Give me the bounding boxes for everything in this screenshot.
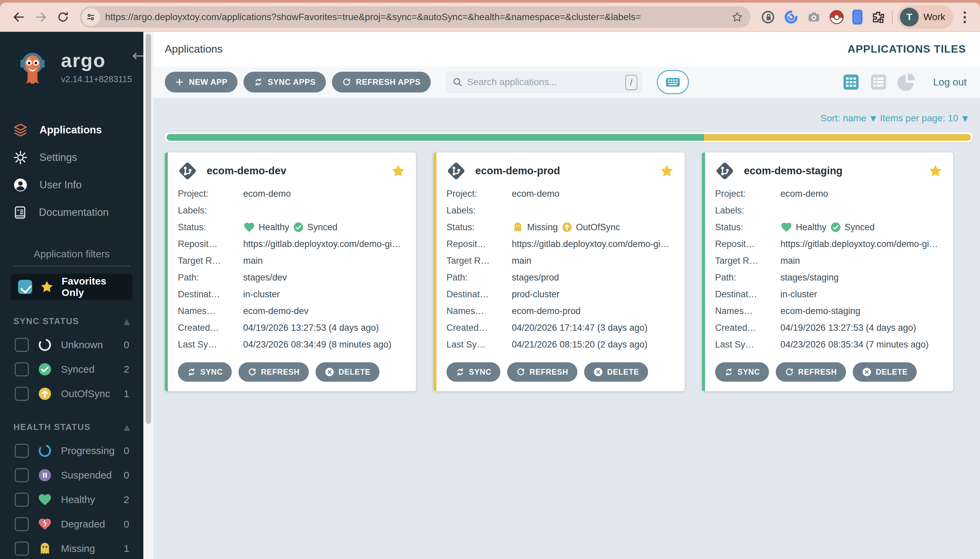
destination-value: in-cluster xyxy=(780,289,943,299)
synced-segment xyxy=(167,134,704,141)
checkbox[interactable] xyxy=(15,517,29,531)
filter-health-healthy[interactable]: Healthy 2 xyxy=(0,487,144,512)
page-scrollbar[interactable] xyxy=(144,32,153,559)
checkbox[interactable] xyxy=(15,542,29,556)
pokeball-extension-icon[interactable] xyxy=(830,10,844,24)
namespace-value: ecom-demo-dev xyxy=(243,306,406,316)
lock-extension-icon[interactable] xyxy=(761,10,775,25)
check-circle-icon xyxy=(38,362,52,377)
site-settings-icon[interactable] xyxy=(82,8,100,26)
search-container: / xyxy=(446,72,642,93)
url-bar[interactable]: https://argo.deployxtoy.com/applications… xyxy=(80,7,751,28)
main-header: Applications APPLICATIONS TILES xyxy=(153,32,980,66)
user-icon xyxy=(13,177,28,193)
app-name[interactable]: ecom-demo-prod xyxy=(475,165,560,177)
chevron-down-icon[interactable]: ▼ xyxy=(962,114,968,122)
url-text[interactable]: https://argo.deployxtoy.com/applications… xyxy=(105,12,731,22)
scrollbar-thumb[interactable] xyxy=(146,34,151,424)
argo-logo-text: argo xyxy=(61,51,132,70)
bookmark-star-icon[interactable] xyxy=(731,11,743,23)
extensions-puzzle-icon[interactable] xyxy=(871,10,885,24)
filter-sync-unknown[interactable]: Unknown 0 xyxy=(0,332,144,357)
profile-name: Work xyxy=(923,12,945,22)
browser-profile-button[interactable]: T Work xyxy=(897,5,953,29)
path-value: stages/staging xyxy=(780,273,943,283)
favorite-star-icon[interactable] xyxy=(659,163,675,179)
checkbox[interactable] xyxy=(15,468,29,482)
divider xyxy=(892,10,893,24)
sync-button[interactable]: SYNC xyxy=(178,362,232,382)
browser-forward-button[interactable] xyxy=(32,8,49,26)
swirl-extension-icon[interactable] xyxy=(784,10,798,24)
chevron-down-icon[interactable]: ▼ xyxy=(871,114,876,122)
browser-menu-button[interactable] xyxy=(958,8,971,26)
collapse-caret-icon[interactable]: ▲ xyxy=(124,423,130,432)
main-area: Applications APPLICATIONS TILES NEW APP … xyxy=(153,32,980,559)
filter-count: 0 xyxy=(124,470,129,481)
content-area: Sort: name ▼ Items per page: 10 ▼ ecom-d… xyxy=(153,98,980,559)
new-app-button[interactable]: NEW APP xyxy=(165,72,238,93)
checkbox[interactable] xyxy=(15,362,29,376)
sidebar-item-settings[interactable]: Settings xyxy=(0,144,144,171)
filter-health-suspended[interactable]: Suspended 0 xyxy=(0,463,144,487)
delete-button[interactable]: DELETE xyxy=(584,362,648,382)
favorites-only-filter[interactable]: Favorites Only xyxy=(11,274,133,300)
refresh-button[interactable]: REFRESH xyxy=(238,362,309,382)
refresh-apps-button[interactable]: REFRESH APPS xyxy=(332,72,431,93)
repository-value: https://gitlab.deployxtoy.com/demo-gi… xyxy=(780,239,943,249)
delete-button[interactable]: DELETE xyxy=(315,362,380,382)
destination-value: in-cluster xyxy=(243,289,406,299)
collapse-caret-icon[interactable]: ▲ xyxy=(124,317,130,326)
clipboard-extension-icon[interactable] xyxy=(852,10,863,25)
arrow-up-circle-icon xyxy=(561,222,573,233)
refresh-button[interactable]: REFRESH xyxy=(776,362,846,382)
delete-button[interactable]: DELETE xyxy=(853,362,917,382)
browser-back-button[interactable] xyxy=(10,8,28,26)
sidebar-item-documentation[interactable]: Documentation xyxy=(0,199,144,226)
refresh-button[interactable]: REFRESH xyxy=(507,362,577,382)
filter-sync-synced[interactable]: Synced 2 xyxy=(0,357,144,381)
argo-version: v2.14.11+8283115 xyxy=(61,74,132,84)
ghost-icon xyxy=(512,221,524,233)
search-input[interactable] xyxy=(446,72,642,93)
app-name[interactable]: ecom-demo-staging xyxy=(744,165,843,177)
checkbox[interactable] xyxy=(15,493,29,507)
app-card-ecom-demo-prod[interactable]: ecom-demo-prod Project:ecom-demo Labels:… xyxy=(433,152,685,391)
items-per-page-dropdown[interactable]: Items per page: 10 xyxy=(880,113,958,124)
checkbox[interactable] xyxy=(15,387,29,401)
last-sync-value: 04/23/2026 08:35:34 (7 minutes ago) xyxy=(780,339,943,350)
logout-link[interactable]: Log out xyxy=(933,76,967,88)
sidebar-item-user-info[interactable]: User Info xyxy=(0,171,144,199)
heart-icon xyxy=(38,492,52,507)
app-card-ecom-demo-staging[interactable]: ecom-demo-staging Project:ecom-demo Labe… xyxy=(702,152,953,391)
search-icon xyxy=(452,77,463,88)
favorites-checkbox[interactable] xyxy=(18,280,32,294)
sort-dropdown[interactable]: Sort: name xyxy=(821,113,866,124)
filter-health-degraded[interactable]: Degraded 0 xyxy=(0,512,144,536)
filter-health-missing[interactable]: Missing 1 xyxy=(0,536,144,559)
browser-reload-button[interactable] xyxy=(54,8,72,26)
checkbox[interactable] xyxy=(15,338,29,352)
last-sync-value: 04/23/2026 08:34:49 (8 minutes ago) xyxy=(243,339,406,350)
favorite-star-icon[interactable] xyxy=(928,163,943,179)
app-name[interactable]: ecom-demo-dev xyxy=(207,165,286,177)
app-card-ecom-demo-dev[interactable]: ecom-demo-dev Project:ecom-demo Labels: … xyxy=(165,152,416,391)
filter-health-progressing[interactable]: Progressing 0 xyxy=(0,438,144,463)
sync-apps-button[interactable]: SYNC APPS xyxy=(244,72,325,93)
summary-view-icon[interactable] xyxy=(897,73,916,91)
divider xyxy=(13,266,130,266)
tiles-view-icon[interactable] xyxy=(842,73,860,91)
sync-button[interactable]: SYNC xyxy=(715,362,769,382)
camera-extension-icon[interactable] xyxy=(807,10,821,24)
sidebar-collapse-arrow-icon[interactable]: ← xyxy=(132,47,144,63)
keyboard-shortcuts-button[interactable] xyxy=(657,70,689,94)
list-view-icon[interactable] xyxy=(869,73,888,91)
checkbox[interactable] xyxy=(15,444,29,458)
sync-button[interactable]: SYNC xyxy=(447,362,500,382)
sidebar-item-applications[interactable]: Applications xyxy=(0,116,144,144)
pause-circle-icon xyxy=(38,468,52,483)
filter-sync-outofsync[interactable]: OutOfSync 1 xyxy=(0,381,144,406)
favorite-star-icon[interactable] xyxy=(391,163,406,179)
favorites-label: Favorites Only xyxy=(62,276,125,298)
ghost-icon xyxy=(38,541,52,556)
